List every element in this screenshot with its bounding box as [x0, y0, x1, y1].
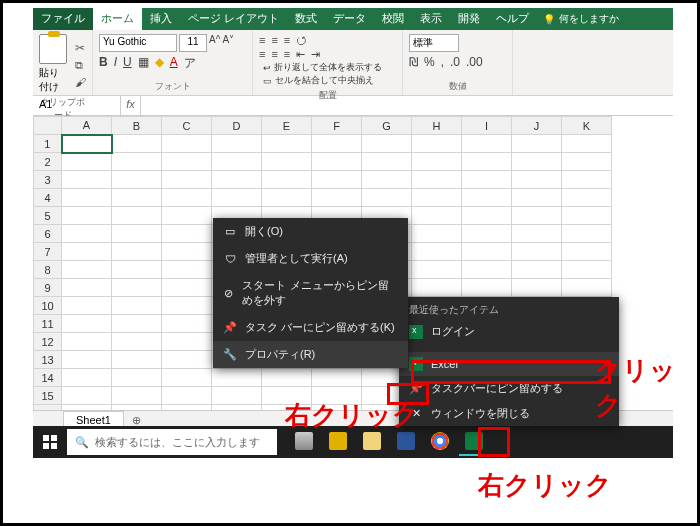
tab-developer[interactable]: 開発: [450, 8, 488, 30]
tell-me[interactable]: 💡 何をしますか: [537, 8, 619, 30]
underline-button[interactable]: U: [123, 55, 132, 72]
submenu-unpin-start[interactable]: ⊘ スタート メニューからピン留めを外す: [213, 272, 408, 314]
align-bottom-icon[interactable]: ≡: [284, 34, 290, 46]
format-painter-icon[interactable]: 🖌: [75, 76, 86, 88]
taskbar-search[interactable]: 🔍 検索するには、ここに入力します: [67, 429, 277, 455]
align-right-icon[interactable]: ≡: [284, 48, 290, 61]
col-header[interactable]: J: [512, 117, 562, 135]
align-top-icon[interactable]: ≡: [259, 34, 265, 46]
col-header[interactable]: D: [212, 117, 262, 135]
svg-rect-2: [43, 443, 49, 449]
row-header[interactable]: 3: [34, 171, 62, 189]
search-icon: 🔍: [75, 436, 89, 449]
align-center-icon[interactable]: ≡: [271, 48, 277, 61]
paste-button[interactable]: 貼り付け: [39, 34, 67, 94]
col-header[interactable]: E: [262, 117, 312, 135]
tab-help[interactable]: ヘルプ: [488, 8, 537, 30]
row-header[interactable]: 12: [34, 333, 62, 351]
cut-icon[interactable]: ✂: [75, 41, 86, 55]
number-format-select[interactable]: 標準: [409, 34, 459, 52]
merge-center-button[interactable]: ▭セルを結合して中央揃え: [263, 74, 396, 87]
col-header[interactable]: H: [412, 117, 462, 135]
taskbar-chrome[interactable]: [425, 428, 455, 456]
submenu-open[interactable]: ▭ 開く(O): [213, 218, 408, 245]
col-header[interactable]: C: [162, 117, 212, 135]
dec-decimal-icon[interactable]: .00: [466, 55, 483, 69]
submenu-run-admin[interactable]: 🛡 管理者として実行(A): [213, 245, 408, 272]
jumplist-pin-label: タスクバーにピン留めする: [431, 381, 563, 396]
wrap-text-button[interactable]: ↩折り返して全体を表示する: [263, 61, 396, 74]
tab-review[interactable]: 校閲: [374, 8, 412, 30]
font-name-select[interactable]: Yu Gothic: [99, 34, 177, 52]
col-header[interactable]: F: [312, 117, 362, 135]
excel-app-icon: [409, 357, 423, 371]
svg-rect-3: [51, 443, 57, 449]
comma-icon[interactable]: ,: [441, 55, 444, 69]
col-header[interactable]: G: [362, 117, 412, 135]
tell-me-label: 何をしますか: [559, 12, 619, 26]
paste-label: 貼り付け: [39, 66, 67, 94]
copy-icon[interactable]: ⧉: [75, 59, 86, 72]
row-header[interactable]: 6: [34, 225, 62, 243]
jumplist-pin-taskbar[interactable]: 📌 タスクバーにピン留めする: [399, 376, 619, 401]
row-header[interactable]: 2: [34, 153, 62, 171]
font-size-select[interactable]: 11: [179, 34, 207, 52]
indent-dec-icon[interactable]: ⇤: [296, 48, 305, 61]
submenu-properties[interactable]: 🔧 プロパティ(R): [213, 341, 408, 368]
col-header[interactable]: I: [462, 117, 512, 135]
row-header[interactable]: 10: [34, 297, 62, 315]
currency-icon[interactable]: ₪: [409, 55, 418, 69]
row-header[interactable]: 15: [34, 387, 62, 405]
start-button[interactable]: [33, 426, 67, 458]
jumplist-close-label: ウィンドウを閉じる: [431, 406, 530, 421]
open-icon: ▭: [223, 225, 237, 238]
jumplist-app-excel[interactable]: Excel: [399, 352, 619, 376]
row-header[interactable]: 7: [34, 243, 62, 261]
group-clipboard: 貼り付け ✂ ⧉ 🖌 クリップボード: [33, 30, 93, 95]
row-header[interactable]: 8: [34, 261, 62, 279]
col-header[interactable]: K: [562, 117, 612, 135]
bulb-icon: 💡: [543, 14, 555, 25]
tab-file[interactable]: ファイル: [33, 8, 93, 30]
border-button[interactable]: ▦: [138, 55, 149, 72]
orientation-icon[interactable]: ⭯: [296, 34, 307, 46]
jumplist-close-window[interactable]: ✕ ウィンドウを閉じる: [399, 401, 619, 426]
font-color-button[interactable]: A: [170, 55, 178, 72]
row-header[interactable]: 1: [34, 135, 62, 153]
shrink-font-icon[interactable]: A˅: [222, 34, 234, 52]
name-box[interactable]: A1: [33, 96, 121, 115]
row-header[interactable]: 11: [34, 315, 62, 333]
jumplist-recent-item[interactable]: ログイン: [399, 319, 619, 344]
percent-icon[interactable]: %: [424, 55, 435, 69]
align-middle-icon[interactable]: ≡: [271, 34, 277, 46]
col-header[interactable]: B: [112, 117, 162, 135]
col-header[interactable]: A: [62, 117, 112, 135]
row-header[interactable]: 4: [34, 189, 62, 207]
italic-button[interactable]: I: [114, 55, 117, 72]
group-font: Yu Gothic 11 A^ A˅ B I U ▦ ◆ A ア: [93, 30, 253, 95]
tab-page-layout[interactable]: ページ レイアウト: [180, 8, 287, 30]
row-header[interactable]: 5: [34, 207, 62, 225]
tab-formulas[interactable]: 数式: [287, 8, 325, 30]
select-all-corner[interactable]: [34, 117, 62, 135]
bold-button[interactable]: B: [99, 55, 108, 72]
tab-view[interactable]: 表示: [412, 8, 450, 30]
inc-decimal-icon[interactable]: .0: [450, 55, 460, 69]
row-header[interactable]: 9: [34, 279, 62, 297]
row-header[interactable]: 13: [34, 351, 62, 369]
fill-color-button[interactable]: ◆: [155, 55, 164, 72]
fx-icon[interactable]: fx: [121, 96, 141, 115]
tab-home[interactable]: ホーム: [93, 8, 142, 30]
tab-insert[interactable]: 挿入: [142, 8, 180, 30]
indent-inc-icon[interactable]: ⇥: [311, 48, 320, 61]
tab-data[interactable]: データ: [325, 8, 374, 30]
cell-a1[interactable]: [62, 135, 112, 153]
formula-input[interactable]: [141, 96, 673, 115]
row-header[interactable]: 14: [34, 369, 62, 387]
grow-font-icon[interactable]: A^: [209, 34, 220, 52]
group-number: 標準 ₪ % , .0 .00 数値: [403, 30, 513, 95]
phonetic-button[interactable]: ア: [184, 55, 196, 72]
align-left-icon[interactable]: ≡: [259, 48, 265, 61]
submenu-pin-taskbar[interactable]: 📌 タスク バーにピン留めする(K): [213, 314, 408, 341]
taskbar-excel[interactable]: [459, 428, 489, 456]
